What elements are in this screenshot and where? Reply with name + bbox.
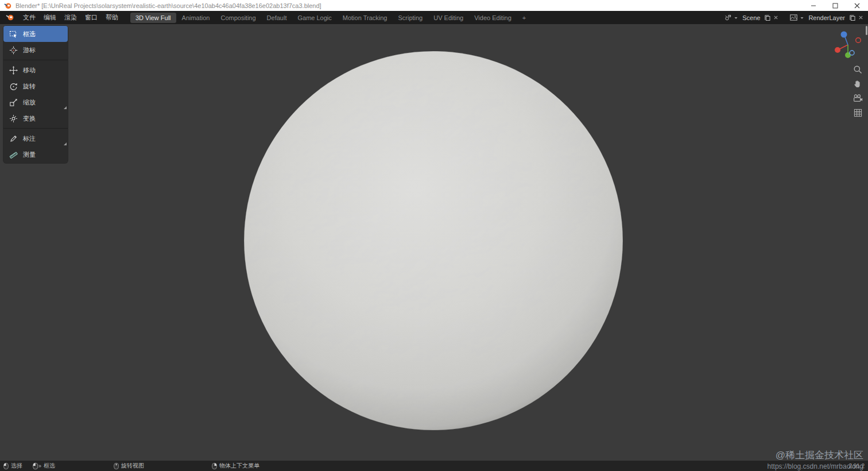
transform-icon <box>9 114 18 123</box>
tool-group-separator <box>3 58 68 62</box>
workspace-tab-animation[interactable]: Animation <box>177 13 215 23</box>
cursor-icon <box>9 46 18 55</box>
flyout-indicator <box>64 142 67 145</box>
status-hint-box-select: 框选 <box>33 462 55 470</box>
maximize-button[interactable] <box>824 0 846 11</box>
tool-scale[interactable]: 缩放 <box>3 94 68 110</box>
chevron-down-icon <box>800 16 804 20</box>
status-hint-label: 框选 <box>44 462 55 470</box>
menu-render[interactable]: 渲染 <box>60 11 81 24</box>
status-hint-select: 选择 <box>3 462 22 470</box>
box-select-icon <box>9 30 18 38</box>
scale-icon <box>9 98 18 107</box>
move-icon <box>9 66 18 75</box>
earth-sphere-object[interactable] <box>243 51 623 431</box>
minimize-button[interactable] <box>803 0 824 11</box>
add-workspace-button[interactable]: + <box>517 13 531 23</box>
workspace-tab-scripting[interactable]: Scripting <box>393 13 428 23</box>
workspace-tab-3d-view-full[interactable]: 3D View Full <box>130 13 176 23</box>
statusbar: 选择 框选 旋转视图 物体上下文菜单 2.91.2 <box>0 461 868 471</box>
menu-help[interactable]: 帮助 <box>102 11 122 24</box>
status-hint-label: 物体上下文菜单 <box>219 462 259 470</box>
renderlayer-icon <box>790 14 797 21</box>
viewport-nav-buttons <box>852 64 863 118</box>
menu-edit[interactable]: 编辑 <box>40 11 60 24</box>
camera-view-icon[interactable] <box>852 93 863 103</box>
tool-label: 测量 <box>23 150 36 159</box>
window-titlebar: Blender* [E:\UnReal Projects\solarsystem… <box>0 0 868 11</box>
tool-label: 游标 <box>23 46 36 55</box>
mouse-middle-click-icon <box>114 462 119 470</box>
mouse-left-click-icon <box>3 462 9 470</box>
tool-label: 标注 <box>23 134 36 143</box>
workspace-tab-game-logic[interactable]: Game Logic <box>292 13 336 23</box>
tool-label: 变换 <box>23 114 36 123</box>
workspace-tab-uv-editing[interactable]: UV Editing <box>428 13 468 23</box>
workspace-tab-motion-tracking[interactable]: Motion Tracking <box>338 13 393 23</box>
grid-ortho-icon[interactable] <box>852 107 863 118</box>
scene-name: Scene <box>742 14 760 21</box>
rotate-icon <box>9 82 18 91</box>
viewport-scrollbar[interactable] <box>866 26 867 35</box>
tool-box-select[interactable]: 框选 <box>3 26 68 42</box>
render-layer-selector[interactable]: RenderLayer <box>790 14 863 21</box>
status-hint-context-menu: 物体上下文菜单 <box>212 462 259 470</box>
workspace-tab-compositing[interactable]: Compositing <box>215 13 261 23</box>
blender-version: 2.91.2 <box>848 463 865 469</box>
window-title: Blender* [E:\UnReal Projects\solarsystem… <box>16 2 321 9</box>
status-hint-label: 选择 <box>11 462 22 470</box>
chevron-down-icon <box>734 16 738 20</box>
unlink-renderlayer-icon[interactable] <box>858 15 863 20</box>
navigation-gizmo[interactable] <box>831 28 865 61</box>
tool-transform[interactable]: 变换 <box>3 110 68 126</box>
tool-annotate[interactable]: 标注 <box>3 130 68 146</box>
status-hint-orbit: 旋转视图 <box>114 462 144 470</box>
tool-measure[interactable]: 测量 <box>3 146 68 163</box>
flyout-indicator <box>64 106 67 109</box>
tool-move[interactable]: 移动 <box>3 62 68 78</box>
window-controls <box>803 0 868 11</box>
annotate-icon <box>9 134 18 143</box>
tool-group-separator <box>3 126 68 130</box>
tool-shelf: 框选 游标 移动 旋转 缩放 变换 标注 <box>3 26 68 163</box>
duplicate-scene-icon[interactable] <box>764 14 771 21</box>
measure-icon <box>9 150 18 159</box>
duplicate-renderlayer-icon[interactable] <box>849 14 856 21</box>
scene-selector[interactable]: Scene <box>724 14 778 21</box>
tool-label: 旋转 <box>23 82 36 91</box>
blender-logo-icon <box>4 2 11 9</box>
tool-cursor[interactable]: 游标 <box>3 42 68 58</box>
status-hint-label: 旋转视图 <box>121 462 144 470</box>
blender-menubar: 文件 编辑 渲染 窗口 帮助 3D View Full Animation Co… <box>0 11 868 24</box>
mouse-right-click-icon <box>212 462 217 470</box>
workspace-tab-video-editing[interactable]: Video Editing <box>469 13 517 23</box>
unlink-scene-icon[interactable] <box>773 15 778 20</box>
mouse-left-drag-icon <box>33 462 41 470</box>
menu-window[interactable]: 窗口 <box>81 11 102 24</box>
menubar-right-cluster: Scene RenderLayer <box>724 14 868 21</box>
scene-icon <box>724 14 731 21</box>
blender-app-icon[interactable] <box>6 14 14 21</box>
workspace-tabs: 3D View Full Animation Compositing Defau… <box>130 11 532 24</box>
workspace-tab-default[interactable]: Default <box>262 13 292 23</box>
3d-viewport[interactable] <box>0 24 868 461</box>
zoom-icon[interactable] <box>852 64 863 75</box>
pan-hand-icon[interactable] <box>852 79 863 89</box>
close-button[interactable] <box>846 0 868 11</box>
menu-file[interactable]: 文件 <box>19 11 40 24</box>
tool-label: 框选 <box>23 30 36 38</box>
render-layer-name: RenderLayer <box>808 14 845 21</box>
tool-label: 缩放 <box>23 98 36 107</box>
tool-rotate[interactable]: 旋转 <box>3 78 68 94</box>
tool-label: 移动 <box>23 66 36 75</box>
